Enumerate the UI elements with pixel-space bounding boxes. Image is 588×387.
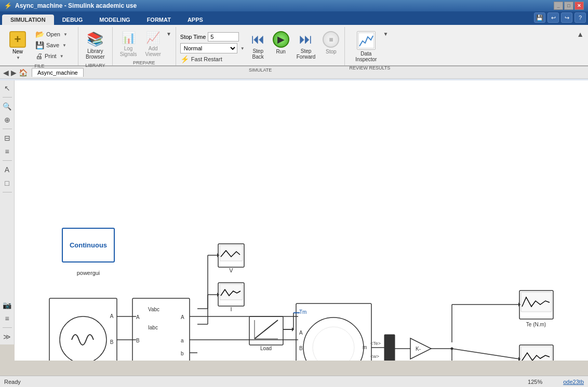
- stoptime-controls: Stop Time Normal ▼ ⚡ Fast Restart: [178, 29, 247, 66]
- text-button[interactable]: A: [2, 164, 13, 175]
- svg-text:m: m: [363, 344, 367, 350]
- diagram-canvas: Continuous powergui A B C A B: [15, 80, 588, 361]
- print-button[interactable]: 🖨 Print ▼: [32, 51, 74, 61]
- save-button[interactable]: 💾 Save ▼: [32, 40, 74, 50]
- tab-apps[interactable]: APPS: [179, 15, 211, 25]
- data-inspector-icon: [357, 31, 376, 50]
- open-icon: 📂: [35, 30, 44, 38]
- step-back-button[interactable]: ⏮ Step Back: [248, 29, 269, 62]
- library-browser-button[interactable]: 📚 Library Browser: [83, 29, 108, 62]
- scope-n-block[interactable]: N (rpm): [452, 345, 553, 361]
- svg-rect-81: [521, 347, 552, 361]
- stoptime-label: Stop Time: [180, 34, 206, 40]
- prepare-controls: 📊 Log Signals 📈 Add Viewer ▼: [117, 27, 171, 59]
- svg-text:A: A: [181, 314, 184, 320]
- list-button[interactable]: ≡: [2, 313, 13, 324]
- print-dropdown-arrow: ▼: [60, 54, 64, 59]
- svg-text:V: V: [229, 267, 233, 273]
- powergui-block[interactable]: Continuous powergui: [62, 228, 114, 276]
- svg-text:B: B: [299, 345, 303, 351]
- status-right: 125% ode23tb: [528, 379, 584, 385]
- ribbon-collapse-button[interactable]: ▲: [577, 27, 587, 65]
- square-button[interactable]: □: [2, 177, 13, 189]
- toolbar-separator-1: [3, 97, 12, 98]
- tab-format[interactable]: FORMAT: [139, 15, 179, 25]
- review-results-controls: Data Inspector ▼: [351, 27, 388, 64]
- title-icon: ⚡: [4, 2, 12, 9]
- simulate-controls: Stop Time Normal ▼ ⚡ Fast Restart ⏮ Step…: [178, 27, 343, 66]
- source-block[interactable]: A B C: [49, 298, 130, 361]
- undo-button[interactable]: ↩: [547, 12, 559, 23]
- save-icon: 💾: [35, 41, 44, 49]
- canvas-area[interactable]: Continuous powergui A B C A B: [15, 80, 588, 361]
- review-results-section: Data Inspector ▼ REVIEW RESULTS: [345, 27, 394, 65]
- new-icon: +: [9, 31, 26, 48]
- prepare-dropdown-arrow[interactable]: ▼: [166, 29, 171, 39]
- stop-button[interactable]: ■ Stop: [319, 29, 342, 57]
- library-label: LIBRARY: [85, 62, 105, 70]
- svg-text:A: A: [299, 330, 303, 336]
- ribbon-tabs: SIMULATION DEBUG MODELING FORMAT APPS 💾 …: [0, 11, 588, 25]
- step-forward-icon: ⏭: [299, 31, 313, 47]
- review-dropdown-arrow[interactable]: ▼: [383, 29, 388, 39]
- svg-text:B: B: [110, 339, 114, 345]
- file-section: + New ▼ 📂 Open ▼ 💾 Save ▼ 🖨 Print: [1, 27, 78, 65]
- left-toolbar: ↖ 🔍 ⊕ ⊟ ≡ A □ 📷 ≡ ≫: [0, 80, 15, 344]
- help-button[interactable]: ?: [574, 12, 586, 23]
- tab-modeling[interactable]: MODELING: [91, 15, 138, 25]
- open-button[interactable]: 📂 Open ▼: [32, 29, 74, 39]
- measurement-block[interactable]: A B C A a b c Vabc Iabc: [130, 298, 197, 361]
- zoom-percent-button[interactable]: ≡: [2, 146, 13, 157]
- stoptime-input[interactable]: [208, 32, 239, 42]
- save-quick-button[interactable]: 💾: [534, 12, 545, 23]
- camera-button[interactable]: 📷: [2, 299, 13, 311]
- step-forward-button[interactable]: ⏭ Step Forward: [293, 29, 319, 62]
- svg-text:A: A: [110, 313, 114, 319]
- title-bar: ⚡ Async_machine - Simulink academic use …: [0, 0, 588, 11]
- zoom-in-button[interactable]: ⊕: [2, 114, 13, 126]
- fast-restart-label: Fast Restart: [191, 56, 222, 62]
- tab-debug[interactable]: DEBUG: [54, 15, 91, 25]
- close-button[interactable]: ✕: [574, 2, 584, 10]
- quick-access-toolbar: 💾 ↩ ↪ ?: [534, 12, 586, 25]
- zoom-fit-button[interactable]: 🔍: [2, 101, 13, 112]
- add-viewer-button[interactable]: 📈 Add Viewer: [142, 29, 164, 59]
- simulate-label: SIMULATE: [249, 66, 272, 75]
- solver-link[interactable]: ode23tb: [563, 379, 584, 385]
- run-button[interactable]: ▶ Run: [270, 29, 292, 57]
- select-tool-button[interactable]: ↖: [2, 82, 13, 94]
- sim-mode-select[interactable]: Normal: [180, 43, 237, 53]
- load-block[interactable]: Load: [249, 316, 294, 351]
- home-button[interactable]: 🏠: [19, 68, 28, 77]
- forward-nav-button[interactable]: ▶: [11, 68, 17, 77]
- save-dropdown-arrow: ▼: [62, 43, 66, 48]
- new-dropdown-arrow: ▼: [16, 56, 20, 60]
- run-circle-icon: ▶: [273, 31, 289, 48]
- svg-text:K-: K-: [416, 346, 421, 352]
- svg-text:B: B: [136, 338, 140, 343]
- svg-rect-30: [220, 245, 243, 261]
- redo-button[interactable]: ↪: [561, 12, 572, 23]
- expand-button[interactable]: ≫: [2, 331, 13, 342]
- tab-simulation[interactable]: SIMULATION: [2, 15, 54, 25]
- motor-block[interactable]: Tm A B C m 1.5kw 400V Squirrel Cage SI U…: [197, 303, 384, 361]
- comparator-block[interactable]: ≤: [452, 349, 507, 361]
- ruler-button[interactable]: ⊟: [2, 132, 13, 144]
- minimize-button[interactable]: _: [554, 2, 563, 10]
- maximize-button[interactable]: □: [564, 2, 573, 10]
- toolbar-separator-3: [3, 160, 12, 161]
- back-nav-button[interactable]: ◀: [3, 68, 9, 77]
- scope-te-block[interactable]: Te (N.m): [452, 291, 553, 342]
- svg-text:Iabc: Iabc: [148, 325, 158, 330]
- status-bar: Ready 125% ode23tb: [0, 376, 588, 387]
- log-signals-button[interactable]: 📊 Log Signals: [117, 29, 140, 59]
- fast-restart-icon: ⚡: [180, 55, 189, 63]
- data-inspector-button[interactable]: Data Inspector: [351, 29, 381, 64]
- gain-block[interactable]: K- rpm: [410, 338, 453, 361]
- new-button[interactable]: + New ▼: [5, 29, 30, 62]
- simulate-section: Stop Time Normal ▼ ⚡ Fast Restart ⏮ Step…: [176, 27, 345, 65]
- toolbar-separator-2: [3, 129, 12, 129]
- svg-text:<w>: <w>: [370, 354, 379, 359]
- file-label: FILE: [34, 62, 44, 71]
- scope-i-block[interactable]: I: [197, 283, 244, 324]
